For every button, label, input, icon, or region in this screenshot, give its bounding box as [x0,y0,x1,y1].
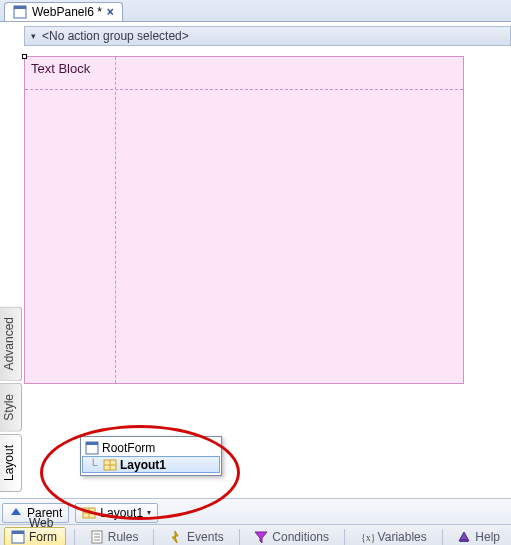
divider [442,529,443,545]
svg-marker-17 [172,531,178,543]
grid-line-vertical [115,57,116,383]
document-tab-webpanel6[interactable]: WebPanel6 * × [4,2,123,21]
arrow-up-icon [9,506,23,520]
tab-label: Web Form * [29,516,59,546]
sidetab-layout[interactable]: Layout [0,434,22,492]
tab-variables[interactable]: {x} Variables [353,527,434,545]
svg-rect-20 [460,539,468,542]
svg-text:{x}: {x} [361,532,374,543]
tab-label: Help [475,530,500,544]
tree-connector-icon: └ [86,458,100,472]
svg-marker-7 [11,508,21,515]
tree-node-label: Layout1 [120,458,166,472]
selection-handle[interactable] [22,54,27,59]
svg-marker-18 [255,532,267,543]
divider [74,529,75,545]
tab-events[interactable]: Events [162,527,231,545]
design-canvas[interactable]: Text Block [24,56,464,384]
help-icon [457,530,471,544]
action-group-text: <No action group selected> [42,29,189,43]
tab-webform[interactable]: Web Form * [4,527,66,545]
events-icon [169,530,183,544]
textblock-control[interactable]: Text Block [31,61,90,76]
layout-combo-value: Layout1 [100,506,143,520]
document-tabbar: WebPanel6 * × [0,0,511,22]
tree-node-label: RootForm [102,441,155,455]
tree-node-rootform[interactable]: RootForm [81,439,221,456]
sidetab-advanced[interactable]: Advanced [0,306,22,381]
tab-rules[interactable]: Rules [83,527,146,545]
design-canvas-wrap: Text Block [24,56,511,384]
grid-line-horizontal [25,89,463,90]
tab-label: Conditions [272,530,329,544]
layout-combo[interactable]: Layout1 ▾ [75,503,158,523]
tab-help[interactable]: Help [450,527,507,545]
svg-rect-12 [12,531,24,534]
close-icon[interactable]: × [107,5,114,19]
chevron-down-icon: ▾ [31,31,36,41]
divider [344,529,345,545]
tab-label: Rules [108,530,139,544]
divider [153,529,154,545]
form-icon [85,441,99,455]
webform-icon [11,530,25,544]
variables-icon: {x} [360,530,374,544]
rules-icon [90,530,104,544]
part-tabs: Web Form * Rules Events Conditions {x} V… [0,524,511,545]
layout-icon [82,506,96,520]
divider [239,529,240,545]
side-tabs: Layout Style Advanced [0,306,22,492]
chevron-down-icon: ▾ [147,508,151,517]
layout-editor: Layout Style Advanced ▾ <No action group… [0,26,511,498]
svg-rect-1 [14,6,26,9]
tab-conditions[interactable]: Conditions [247,527,336,545]
layout-icon [103,458,117,472]
tree-node-layout1[interactable]: └ Layout1 [82,456,220,473]
filter-icon [254,530,268,544]
parent-toolbar: Parent Layout1 ▾ [0,498,511,524]
svg-rect-3 [86,442,98,445]
structure-tree-popup[interactable]: RootForm └ Layout1 [80,436,222,476]
tab-label: Events [187,530,224,544]
tab-label: Variables [378,530,427,544]
sidetab-style[interactable]: Style [0,383,22,432]
action-group-bar[interactable]: ▾ <No action group selected> [24,26,511,46]
webpanel-icon [13,5,27,19]
document-tab-label: WebPanel6 * [32,5,102,19]
